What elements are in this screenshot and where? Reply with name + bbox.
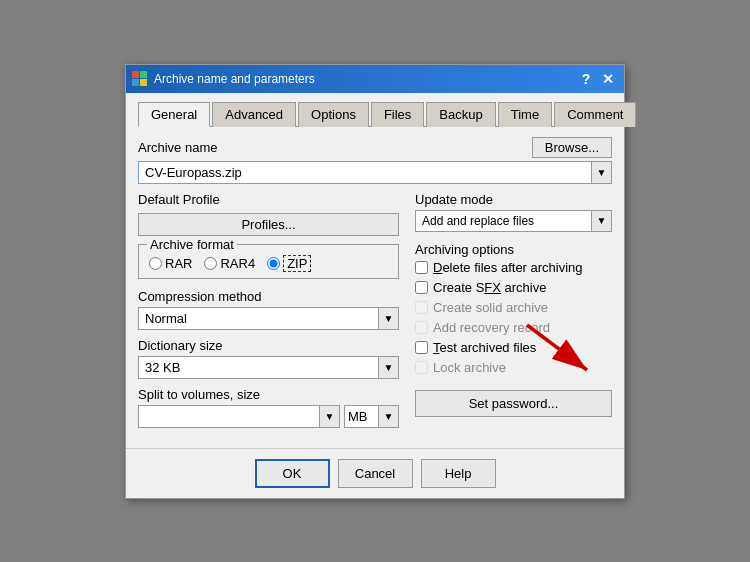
tab-backup[interactable]: Backup	[426, 102, 495, 127]
option-recovery-checkbox	[415, 321, 428, 334]
tab-files[interactable]: Files	[371, 102, 424, 127]
cancel-button[interactable]: Cancel	[338, 459, 413, 488]
archiving-options-label: Archiving options	[415, 242, 612, 257]
option-delete-files[interactable]: Delete files after archiving	[415, 260, 612, 275]
option-solid-checkbox	[415, 301, 428, 314]
dictionary-size-arrow: ▼	[378, 357, 398, 378]
update-mode-arrow: ▼	[591, 211, 611, 231]
format-rar4[interactable]: RAR4	[204, 256, 255, 271]
option-recovery-record: Add recovery record	[415, 320, 612, 335]
format-rar-label: RAR	[165, 256, 192, 271]
tab-bar: General Advanced Options Files Backup Ti…	[138, 101, 612, 127]
update-mode-label: Update mode	[415, 192, 612, 207]
tab-options[interactable]: Options	[298, 102, 369, 127]
tab-time[interactable]: Time	[498, 102, 552, 127]
option-lock-archive: Lock archive	[415, 360, 612, 375]
dictionary-size-field[interactable]: 32 KB 64 KB 128 KB 256 KB 512 KB ▼	[138, 356, 399, 379]
archive-name-input[interactable]	[139, 162, 591, 183]
option-solid-label: Create solid archive	[433, 300, 548, 315]
tab-comment[interactable]: Comment	[554, 102, 636, 127]
archive-name-dropdown-arrow[interactable]: ▼	[591, 162, 611, 183]
compression-method-label: Compression method	[138, 289, 399, 304]
format-zip-radio[interactable]	[267, 257, 280, 270]
split-unit-arrow: ▼	[378, 406, 398, 427]
left-column: Default Profile Profiles... Archive form…	[138, 192, 399, 428]
archiving-options-section: Archiving options Delete files after arc…	[415, 242, 612, 375]
browse-button[interactable]: Browse...	[532, 137, 612, 158]
format-rar4-label: RAR4	[220, 256, 255, 271]
split-unit-select[interactable]: B KB MB GB	[345, 406, 378, 427]
format-zip-label: ZIP	[283, 255, 311, 272]
dialog-footer: OK Cancel Help	[126, 448, 624, 498]
option-lock-label: Lock archive	[433, 360, 506, 375]
dictionary-size-label: Dictionary size	[138, 338, 399, 353]
option-lock-checkbox	[415, 361, 428, 374]
option-test-archived[interactable]: Test archived files	[415, 340, 612, 355]
option-test-label: Test archived files	[433, 340, 536, 355]
split-volumes-input-wrapper[interactable]: ▼	[138, 405, 340, 428]
option-test-checkbox[interactable]	[415, 341, 428, 354]
dialog-window: Archive name and parameters ? ✕ General …	[125, 64, 625, 499]
app-icon	[132, 71, 148, 87]
title-controls: ? ✕	[576, 69, 618, 89]
help-button[interactable]: ?	[576, 69, 596, 89]
compression-method-select[interactable]: Store Fastest Fast Normal Good Best	[139, 308, 378, 329]
option-solid-archive: Create solid archive	[415, 300, 612, 315]
help-footer-button[interactable]: Help	[421, 459, 496, 488]
option-create-sfx[interactable]: Create SFX archive	[415, 280, 612, 295]
archive-format-options: RAR RAR4 ZIP	[149, 255, 388, 272]
format-rar-radio[interactable]	[149, 257, 162, 270]
dialog-body: General Advanced Options Files Backup Ti…	[126, 93, 624, 448]
split-volumes-dropdown-arrow[interactable]: ▼	[319, 406, 339, 427]
dialog-title: Archive name and parameters	[154, 72, 576, 86]
update-mode-field[interactable]: Add and replace files Add and update fil…	[415, 210, 612, 232]
title-bar: Archive name and parameters ? ✕	[126, 65, 624, 93]
format-rar[interactable]: RAR	[149, 256, 192, 271]
ok-button[interactable]: OK	[255, 459, 330, 488]
archive-format-label: Archive format	[147, 237, 237, 252]
profiles-button[interactable]: Profiles...	[138, 213, 399, 236]
compression-method-arrow: ▼	[378, 308, 398, 329]
option-delete-files-checkbox[interactable]	[415, 261, 428, 274]
set-password-button[interactable]: Set password...	[415, 390, 612, 417]
tab-general[interactable]: General	[138, 102, 210, 127]
right-column: Update mode Add and replace files Add an…	[415, 192, 612, 428]
format-rar4-radio[interactable]	[204, 257, 217, 270]
option-create-sfx-checkbox[interactable]	[415, 281, 428, 294]
archive-name-header: Archive name Browse...	[138, 137, 612, 158]
format-zip[interactable]: ZIP	[267, 255, 311, 272]
update-mode-select[interactable]: Add and replace files Add and update fil…	[416, 211, 591, 231]
archive-name-label: Archive name	[138, 140, 217, 155]
option-recovery-label: Add recovery record	[433, 320, 550, 335]
tab-advanced[interactable]: Advanced	[212, 102, 296, 127]
split-volumes-label: Split to volumes, size	[138, 387, 399, 402]
option-delete-files-label: Delete files after archiving	[433, 260, 583, 275]
split-volumes-row: ▼ B KB MB GB ▼	[138, 405, 399, 428]
close-button[interactable]: ✕	[598, 69, 618, 89]
archive-format-group: Archive format RAR RAR4 ZIP	[138, 244, 399, 279]
split-unit-field[interactable]: B KB MB GB ▼	[344, 405, 399, 428]
compression-method-field[interactable]: Store Fastest Fast Normal Good Best ▼	[138, 307, 399, 330]
option-create-sfx-label: Create SFX archive	[433, 280, 546, 295]
dictionary-size-select[interactable]: 32 KB 64 KB 128 KB 256 KB 512 KB	[139, 357, 378, 378]
default-profile-label: Default Profile	[138, 192, 399, 207]
split-volumes-input[interactable]	[139, 406, 319, 427]
middle-section: Default Profile Profiles... Archive form…	[138, 192, 612, 428]
archive-name-field[interactable]: ▼	[138, 161, 612, 184]
